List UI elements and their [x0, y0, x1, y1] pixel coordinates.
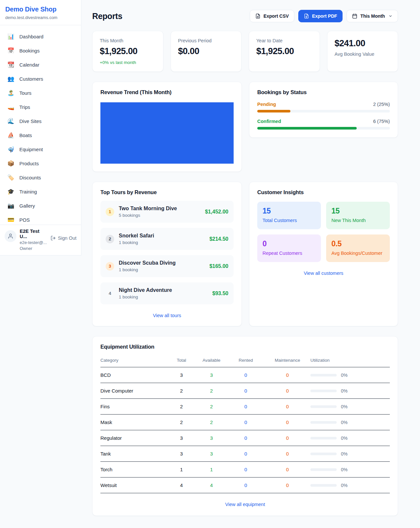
status-progress-track	[257, 110, 390, 112]
sidebar-item[interactable]: 🌊 Dive Sites	[4, 114, 77, 128]
equipment-rented: 0	[227, 415, 264, 430]
sidebar-item-label: Gallery	[19, 202, 35, 210]
period-label: This Month	[360, 13, 385, 19]
sidebar-item-icon: 📆	[7, 61, 14, 69]
view-all-customers-link[interactable]: View all customers	[257, 271, 390, 276]
insight-value: 0	[262, 239, 316, 248]
revenue-chart-bar	[100, 102, 234, 164]
tour-name: Two Tank Morning Dive	[119, 206, 200, 212]
sidebar-item[interactable]: 📅 Bookings	[4, 44, 77, 58]
sidebar-item[interactable]: 📊 Dashboard	[4, 30, 77, 44]
sign-out-icon	[51, 235, 56, 241]
sidebar-item-label: Discounts	[19, 174, 41, 181]
view-all-equipment-link[interactable]: View all equipment	[100, 502, 390, 507]
sidebar-item[interactable]: 🤿 Equipment	[4, 143, 77, 156]
sidebar-item-icon: 📦	[7, 160, 14, 167]
sidebar-item[interactable]: 📆 Calendar	[4, 58, 77, 72]
insights-row: Top Tours by Revenue 1 Two Tank Morning …	[92, 182, 398, 326]
sidebar-item[interactable]: 🚤 Trips	[4, 100, 77, 114]
insight-value: 15	[262, 207, 316, 215]
tour-bookings: 1 booking	[119, 294, 208, 299]
status-label: Confirmed	[257, 119, 281, 124]
sidebar: Demo Dive Shop demo.test.divestreams.com…	[0, 0, 81, 255]
equipment-maintenance: 0	[264, 415, 310, 430]
equipment-table: Category Total Available Rented Maintena…	[100, 355, 390, 493]
stat-card: Year to Date $1,925.00	[249, 31, 320, 72]
sidebar-item[interactable]: 👥 Customers	[4, 72, 77, 86]
sidebar-item[interactable]: 🏝️ Tours	[4, 86, 77, 100]
stat-label: Previous Period	[178, 38, 234, 43]
col-utilization: Utilization	[310, 355, 390, 367]
sidebar-item-label: Dashboard	[19, 33, 43, 40]
equipment-category: Fins	[100, 399, 167, 415]
sidebar-item-icon: 🏝️	[7, 90, 14, 97]
equipment-available: 3	[196, 446, 227, 462]
equipment-row: Dive Computer 2 2 0 0 0%	[100, 383, 390, 399]
view-all-tours-link[interactable]: View all tours	[100, 313, 234, 318]
export-csv-button[interactable]: Export CSV	[250, 10, 294, 22]
equipment-category: BCD	[100, 367, 167, 383]
sidebar-item-label: Equipment	[19, 146, 43, 153]
equipment-row: Regulator 3 3 0 0 0%	[100, 430, 390, 446]
page-title: Reports	[92, 11, 122, 21]
sidebar-item-icon: 🏷️	[7, 174, 14, 181]
sidebar-item[interactable]: 🎓 Training	[4, 185, 77, 199]
file-download-icon	[304, 13, 309, 19]
user-meta: E2E Test U... e2e-tester@... Owner	[20, 229, 47, 251]
sidebar-item[interactable]: 📷 Gallery	[4, 199, 77, 213]
avatar	[5, 230, 16, 242]
sidebar-item[interactable]: 📦 Products	[4, 157, 77, 171]
status-row: Confirmed 6 (75%)	[257, 119, 390, 130]
status-row: Pending 2 (25%)	[257, 102, 390, 112]
page-header: Reports Export CSV Export PDF This Month	[92, 10, 398, 22]
status-count: 6 (75%)	[373, 119, 390, 124]
tour-item[interactable]: 4 Night Dive Adventure 1 booking $93.50	[100, 282, 234, 304]
tour-name: Snorkel Safari	[119, 233, 205, 239]
export-pdf-button[interactable]: Export PDF	[298, 10, 343, 22]
equipment-total: 3	[167, 446, 196, 462]
sidebar-item-label: Calendar	[19, 61, 39, 69]
period-selector[interactable]: This Month	[346, 10, 398, 22]
insight-tile: 15 Total Customers	[257, 202, 321, 229]
equipment-rented: 0	[227, 477, 264, 493]
utilization-bar	[310, 437, 337, 439]
sign-out-button[interactable]: Sign Out	[51, 235, 76, 241]
sidebar-item-icon: 🎓	[7, 188, 14, 195]
sidebar-item-icon: 💳	[7, 216, 14, 224]
col-available: Available	[196, 355, 227, 367]
equipment-category: Tank	[100, 446, 167, 462]
tour-bookings: 1 booking	[119, 267, 205, 272]
tour-name: Night Dive Adventure	[119, 287, 208, 293]
stat-value: $241.00	[335, 38, 391, 49]
stat-card: Avg Booking Value $241.00	[327, 31, 398, 72]
tour-item[interactable]: 2 Snorkel Safari 1 booking $214.50	[100, 228, 234, 250]
equipment-row: Torch 1 1 0 0 0%	[100, 462, 390, 477]
sidebar-item-label: Products	[19, 160, 39, 167]
tour-item[interactable]: 1 Two Tank Morning Dive 5 bookings $1,45…	[100, 201, 234, 223]
insight-tiles: 15 Total Customers 15 New This Month 0 R…	[257, 202, 390, 262]
user-email: e2e-tester@...	[20, 240, 47, 245]
insight-tile: 15 New This Month	[326, 202, 390, 229]
tour-revenue: $93.50	[212, 291, 228, 296]
sidebar-item[interactable]: ⛵ Boats	[4, 129, 77, 142]
equipment-rented: 0	[227, 462, 264, 477]
equipment-maintenance: 0	[264, 462, 310, 477]
col-total: Total	[167, 355, 196, 367]
user-icon	[8, 233, 13, 239]
sidebar-item-icon: 🤿	[7, 146, 14, 153]
sidebar-item[interactable]: 🏷️ Discounts	[4, 171, 77, 185]
sidebar-item-icon: 🌊	[7, 118, 14, 125]
equipment-category: Mask	[100, 415, 167, 430]
tour-revenue: $165.00	[209, 263, 228, 269]
sidebar-item-label: Dive Sites	[19, 118, 42, 125]
sidebar-item-icon: 📅	[7, 47, 14, 54]
shop-name[interactable]: Demo Dive Shop	[5, 6, 76, 13]
equipment-maintenance: 0	[264, 383, 310, 399]
sidebar-nav: 📊 Dashboard 📅 Bookings 📆 Calendar 👥 Cust…	[0, 25, 81, 229]
equipment-row: Mask 2 2 0 0 0%	[100, 415, 390, 430]
tour-item[interactable]: 3 Discover Scuba Diving 1 booking $165.0…	[100, 255, 234, 277]
sidebar-item-icon: 📷	[7, 202, 14, 210]
stat-value: $1,925.00	[100, 46, 156, 56]
sidebar-item-label: POS	[19, 216, 30, 224]
stat-value: $1,925.00	[256, 46, 312, 56]
